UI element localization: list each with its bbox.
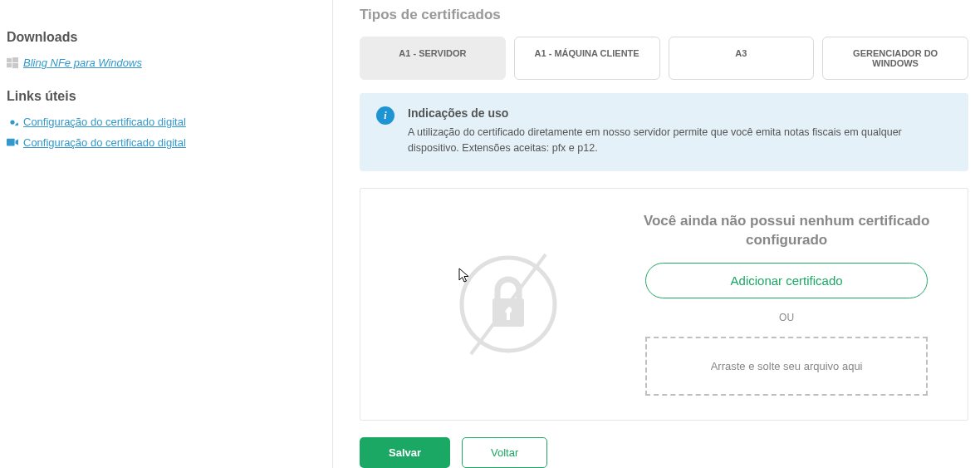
svg-rect-2 <box>7 63 12 67</box>
info-text: A utilização do certificado diretamente … <box>408 125 953 156</box>
info-icon: i <box>376 106 394 125</box>
save-button[interactable]: Salvar <box>360 437 450 468</box>
svg-rect-3 <box>12 63 18 68</box>
links-heading: Links úteis <box>7 89 332 104</box>
download-link[interactable]: Bling NFe para Windows <box>23 57 142 69</box>
tab-gerenciador-windows[interactable]: GERENCIADOR DO WINDOWS <box>822 37 968 80</box>
back-button[interactable]: Voltar <box>462 437 547 468</box>
sidebar: Downloads Bling NFe para Windows Links ú… <box>0 0 332 468</box>
download-item[interactable]: Bling NFe para Windows <box>7 57 332 69</box>
svg-rect-8 <box>507 312 510 320</box>
camera-icon <box>7 137 18 149</box>
windows-icon <box>7 57 18 69</box>
or-text: OU <box>779 312 794 323</box>
info-box: i Indicações de uso A utilização do cert… <box>360 93 968 171</box>
add-certificate-button[interactable]: Adicionar certificado <box>645 263 928 298</box>
gear-icon <box>7 116 18 128</box>
tab-a1-maquina[interactable]: A1 - MÁQUINA CLIENTE <box>514 37 660 80</box>
info-title: Indicações de uso <box>408 106 953 120</box>
empty-state-panel: Você ainda não possui nenhum certificado… <box>360 188 968 421</box>
svg-rect-0 <box>7 57 12 62</box>
svg-rect-1 <box>12 57 18 62</box>
dropzone[interactable]: Arraste e solte seu arquivo aqui <box>645 337 928 396</box>
empty-illustration <box>385 242 630 367</box>
crossed-lock-icon <box>446 242 571 367</box>
main-content: Tipos de certificados A1 - SERVIDOR A1 -… <box>332 0 980 468</box>
empty-actions: Você ainda não possui nenhum certificado… <box>630 212 943 397</box>
config-link-1[interactable]: Configuração do certificado digital <box>23 116 186 128</box>
downloads-heading: Downloads <box>7 30 332 45</box>
cert-tabs: A1 - SERVIDOR A1 - MÁQUINA CLIENTE A3 GE… <box>360 37 968 80</box>
svg-line-9 <box>471 254 546 354</box>
svg-rect-4 <box>7 138 15 145</box>
tab-a3[interactable]: A3 <box>669 37 815 80</box>
footer-actions: Salvar Voltar <box>360 421 968 469</box>
config-link-2[interactable]: Configuração do certificado digital <box>23 136 186 149</box>
tab-a1-servidor[interactable]: A1 - SERVIDOR <box>360 37 506 80</box>
page-title: Tipos de certificados <box>360 7 968 23</box>
link-item-config-1[interactable]: Configuração do certificado digital <box>7 116 332 128</box>
empty-title: Você ainda não possui nenhum certificado… <box>630 212 943 250</box>
link-item-config-2[interactable]: Configuração do certificado digital <box>7 136 332 149</box>
